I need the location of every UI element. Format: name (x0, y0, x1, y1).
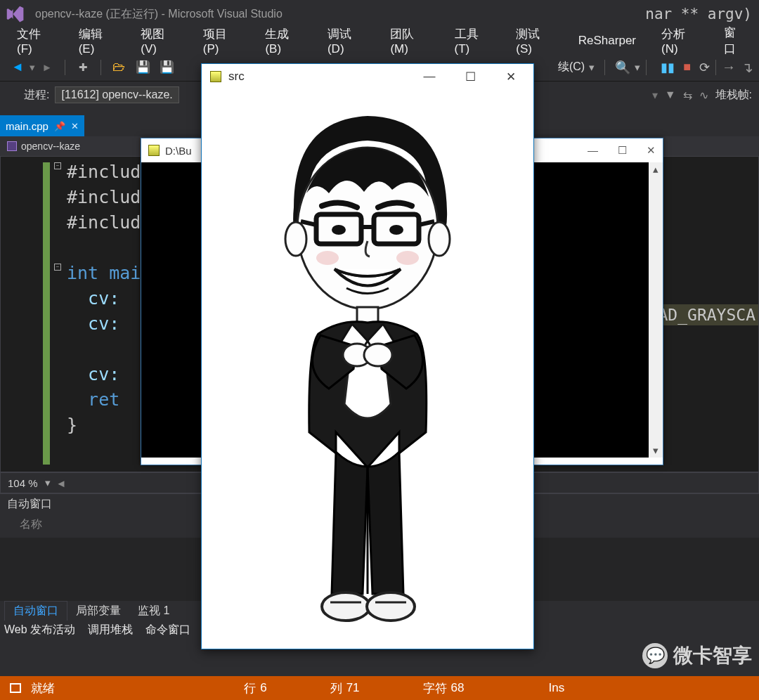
maximize-icon[interactable]: ☐ (618, 144, 627, 157)
status-col-label: 列 (330, 680, 342, 696)
ptab-callstack[interactable]: 调用堆栈 (88, 623, 133, 637)
chart-icon[interactable]: ∿ (699, 89, 708, 102)
status-indicator-icon (10, 683, 21, 693)
gutter (1, 157, 34, 472)
close-icon[interactable]: ✕ (647, 144, 656, 157)
separator (646, 60, 647, 75)
visual-studio-icon (6, 4, 25, 24)
svg-point-2 (429, 222, 450, 256)
tab-main-cpp[interactable]: main.cpp 📌 ✕ (0, 115, 84, 136)
code-content: #includ #includ #includ int mai cv: cv: … (67, 160, 141, 438)
menu-edit[interactable]: 编辑(E) (66, 23, 129, 59)
status-col-value: 71 (346, 681, 360, 695)
scrollbar[interactable]: ▴ ▾ (649, 162, 663, 458)
breadcrumb-label: opencv--kaze (21, 141, 80, 152)
wechat-icon: 💬 (642, 643, 668, 668)
save-icon[interactable]: 💾 (135, 60, 150, 75)
minimize-icon[interactable]: — (588, 144, 598, 157)
project-icon (7, 141, 17, 151)
ptab-command[interactable]: 命令窗口 (145, 623, 190, 637)
separator (65, 60, 65, 75)
tab-label: main.cpp (6, 120, 48, 132)
fold-icon[interactable]: − (54, 162, 61, 169)
src-window[interactable]: src — ☐ ✕ (201, 63, 534, 649)
svg-point-14 (364, 344, 392, 366)
app-icon (210, 71, 221, 82)
menu-build[interactable]: 生成(B) (252, 23, 315, 59)
scroll-left[interactable]: ◄ (56, 477, 67, 489)
scroll-up-icon[interactable]: ▴ (649, 162, 663, 176)
fold-icon[interactable]: − (54, 264, 61, 271)
status-ins: Ins (549, 681, 565, 695)
watermark-text: 微卡智享 (673, 642, 752, 669)
menu-window[interactable]: 窗口 (711, 22, 759, 60)
separator (604, 60, 605, 75)
continue-label[interactable]: 续(C) (558, 60, 585, 74)
zoom-level[interactable]: 104 % (1, 477, 45, 489)
status-line-value: 6 (260, 681, 266, 695)
menu-team[interactable]: 团队(M) (377, 23, 441, 59)
change-bar (43, 162, 50, 465)
app-icon (148, 145, 160, 156)
menu-analyze[interactable]: 分析(N) (649, 23, 711, 59)
signature-fragment: nar ** argv) (645, 6, 752, 22)
stackframe-label: 堆栈帧: (715, 88, 752, 103)
nav-back-icon[interactable]: ◄ (10, 60, 25, 75)
scroll-down-icon[interactable]: ▾ (649, 443, 663, 458)
filter-icon[interactable]: ▼ (665, 89, 676, 101)
panel-tab-watch[interactable]: 监视 1 (129, 602, 178, 621)
svg-point-1 (285, 222, 306, 256)
separator (715, 60, 716, 75)
process-label: 进程: (24, 88, 49, 103)
src-title: src (228, 70, 245, 84)
new-project-icon[interactable]: ✚ (75, 60, 91, 75)
svg-point-8 (332, 225, 346, 235)
open-file-icon[interactable]: 🗁 (111, 60, 126, 75)
menu-view[interactable]: 视图(V) (128, 23, 190, 59)
separator (100, 60, 101, 75)
maximize-icon[interactable]: ☐ (456, 70, 484, 84)
minimize-icon[interactable]: — (415, 70, 443, 84)
src-titlebar[interactable]: src — ☐ ✕ (202, 64, 533, 89)
pin-icon[interactable]: 📌 (54, 121, 65, 131)
close-icon[interactable]: ✕ (497, 70, 525, 84)
status-char-value: 68 (451, 681, 465, 695)
panel-tab-locals[interactable]: 局部变量 (67, 602, 129, 621)
panel-tab-auto[interactable]: 自动窗口 (4, 601, 67, 621)
nav-forward-icon[interactable]: ► (39, 60, 55, 75)
svg-point-16 (322, 592, 370, 621)
step-icon[interactable]: → (722, 59, 736, 75)
console-title: D:\Bu (165, 145, 192, 157)
menu-project[interactable]: 项目(P) (190, 23, 253, 59)
process-combo[interactable]: [11612] opencv--kaze. (55, 86, 179, 103)
status-line-label: 行 (244, 680, 256, 696)
menu-resharper[interactable]: ReSharper (566, 31, 649, 51)
ptab-webpublish[interactable]: Web 发布活动 (4, 623, 75, 637)
status-ready: 就绪 (31, 680, 55, 696)
cartoon-image (252, 102, 484, 636)
menu-debug[interactable]: 调试(D) (315, 23, 377, 59)
step-into-icon[interactable]: ↴ (741, 59, 753, 76)
menu-file[interactable]: 文件(F) (4, 23, 66, 59)
watermark: 💬 微卡智享 (642, 642, 752, 669)
src-image-area (202, 89, 533, 649)
svg-point-17 (367, 592, 415, 621)
svg-point-10 (316, 251, 339, 265)
find-in-files-icon[interactable]: 🔍 (615, 60, 630, 75)
svg-point-11 (396, 251, 419, 265)
svg-point-9 (389, 225, 403, 235)
menu-test[interactable]: 测试(S) (503, 23, 566, 59)
menu-tools[interactable]: 工具(T) (442, 23, 504, 59)
thread-icon[interactable]: ⇆ (683, 89, 692, 102)
save-all-icon[interactable]: 💾 (159, 60, 174, 75)
window-title: opencv--kaze (正在运行) - Microsoft Visual S… (35, 7, 283, 22)
menu-bar: 文件(F) 编辑(E) 视图(V) 项目(P) 生成(B) 调试(D) 团队(M… (0, 28, 759, 53)
close-icon[interactable]: ✕ (71, 121, 79, 131)
restart-icon[interactable]: ⟳ (699, 60, 710, 75)
stop-icon[interactable]: ■ (683, 60, 691, 74)
pause-icon[interactable]: ▮▮ (661, 60, 675, 75)
status-char-label: 字符 (423, 680, 447, 696)
status-bar: 就绪 行 6 列 71 字符 68 Ins (0, 676, 759, 700)
code-fragment: AD_GRAYSCA (656, 304, 758, 325)
